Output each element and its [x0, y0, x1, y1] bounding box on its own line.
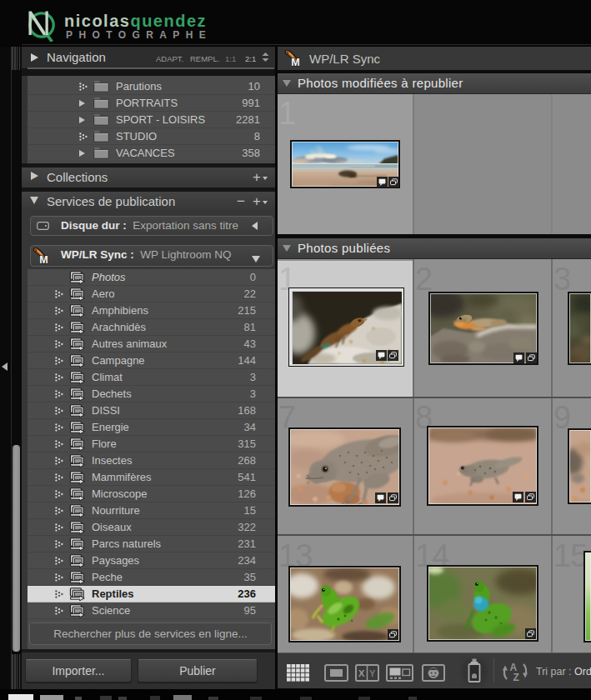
svg-text:Z: Z — [513, 672, 519, 682]
svg-text:M: M — [291, 57, 299, 68]
svg-text:Y: Y — [369, 668, 376, 678]
svg-text:M: M — [39, 254, 48, 265]
svg-text:X: X — [358, 668, 365, 678]
